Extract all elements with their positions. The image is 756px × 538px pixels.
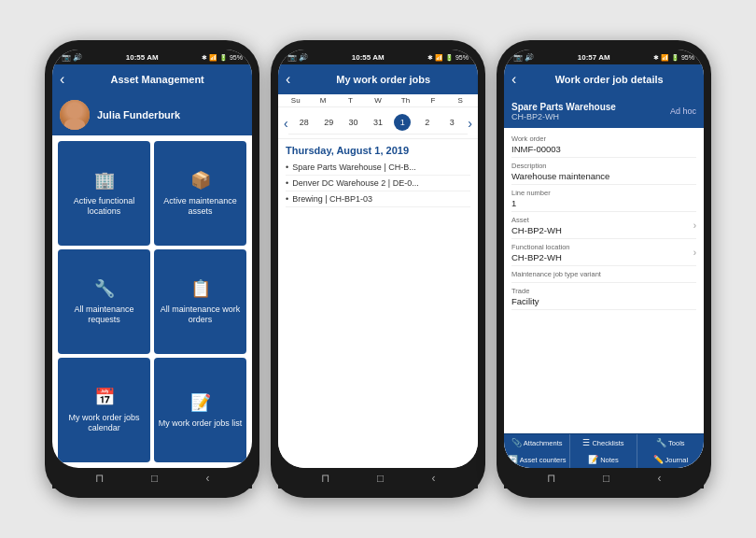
- journal-icon: ✏️: [653, 455, 664, 464]
- journal-button[interactable]: ✏️ Journal: [637, 451, 704, 468]
- next-week-button[interactable]: ›: [468, 116, 472, 131]
- cal-day-28[interactable]: 28: [292, 114, 316, 131]
- job-text-1: Spare Parts Warehouse | CH-B...: [292, 163, 416, 172]
- job-item-3[interactable]: • Brewing | CH-BP1-03: [286, 191, 470, 207]
- value-asset: CH-BP2-WH: [511, 225, 562, 235]
- attachments-button[interactable]: 📎 Attachments: [504, 434, 570, 451]
- label-line-number: Line number: [511, 189, 696, 197]
- recent-apps-btn-3[interactable]: ⊓: [547, 472, 555, 485]
- notes-label: Notes: [600, 456, 619, 464]
- asset-counters-icon: 🔄: [508, 455, 518, 464]
- field-work-order: Work order INMF-00003: [511, 132, 696, 158]
- tile-work-order-jobs-calendar[interactable]: 📅 My work order jobs calendar: [58, 358, 150, 462]
- nav-header-1: ‹ Asset Management: [52, 64, 252, 94]
- tile-label-afl: Active functional locations: [62, 196, 147, 217]
- tools-button[interactable]: 🔧 Tools: [637, 434, 704, 451]
- job-list: • Spare Parts Warehouse | CH-B... • Denv…: [278, 160, 478, 468]
- back-btn-2[interactable]: ‹: [431, 472, 435, 485]
- status-right-icons-1: ✱ 📶 🔋 95%: [202, 54, 243, 62]
- page-title-2: My work order jobs: [296, 74, 470, 85]
- day-s: S: [447, 96, 474, 105]
- status-left-icons: 📷 🔊: [62, 53, 82, 62]
- tools-label: Tools: [668, 439, 685, 447]
- cal-day-29[interactable]: 29: [316, 114, 341, 131]
- time-display-1: 10:55 AM: [126, 53, 159, 62]
- cal-day-2[interactable]: 2: [415, 114, 440, 131]
- field-functional-location[interactable]: Functional location CH-BP2-WH ›: [511, 240, 696, 266]
- field-line-number: Line number 1: [511, 186, 696, 212]
- phone-1: 📷 🔊 10:55 AM ✱ 📶 🔋 95% ‹ Asset Managemen…: [45, 40, 259, 498]
- day-su: Su: [282, 96, 309, 105]
- status-left-2: 📷 🔊: [287, 53, 308, 62]
- job-item-2[interactable]: • Denver DC Warehouse 2 | DE-0...: [286, 176, 470, 191]
- cal-day-30[interactable]: 30: [341, 114, 365, 131]
- functional-locations-icon: 🏢: [94, 170, 115, 191]
- page-title-1: Asset Management: [70, 74, 245, 85]
- cal-day-1-active[interactable]: 1: [394, 114, 411, 131]
- tile-all-maintenance-work-orders[interactable]: 📋 All maintenance work orders: [154, 249, 246, 354]
- calendar-icon: 📅: [94, 387, 115, 407]
- tile-label-wjl: My work order jobs list: [159, 418, 243, 429]
- asset-arrow-icon: ›: [693, 220, 696, 231]
- detail-header-strip: Spare Parts Warehouse CH-BP2-WH Ad hoc: [504, 94, 704, 128]
- time-display-3: 10:57 AM: [578, 53, 610, 62]
- job-bullet-3: •: [286, 194, 288, 204]
- status-bar-1: 📷 🔊 10:55 AM ✱ 📶 🔋 95%: [52, 50, 252, 64]
- value-description: Warehouse maintenance: [511, 171, 696, 181]
- checklists-button[interactable]: ☰ Checklists: [570, 434, 637, 451]
- recent-apps-btn-2[interactable]: ⊓: [321, 472, 329, 485]
- tools-icon: 🔧: [656, 438, 666, 447]
- nav-header-2: ‹ My work order jobs: [278, 64, 478, 94]
- avatar: [60, 100, 90, 130]
- home-btn-3[interactable]: □: [603, 472, 609, 485]
- recent-apps-btn-1[interactable]: ⊓: [95, 472, 104, 485]
- field-description: Description Warehouse maintenance: [511, 159, 696, 185]
- back-button-1[interactable]: ‹: [60, 71, 64, 88]
- checklists-icon: ☰: [582, 438, 590, 447]
- status-right-icons-3: ✱ 📶 🔋 95%: [653, 54, 694, 62]
- page-title-3: Work order job details: [522, 74, 696, 85]
- phone-3: 📷 🔊 10:57 AM ✱ 📶 🔋 95% ‹ Work order job …: [497, 40, 711, 498]
- job-text-2: Denver DC Warehouse 2 | DE-0...: [292, 178, 419, 188]
- cal-day-31[interactable]: 31: [366, 114, 390, 131]
- bottom-nav-3: ⊓ □ ‹: [504, 468, 704, 488]
- label-work-order: Work order: [511, 134, 696, 143]
- label-description: Description: [511, 162, 696, 170]
- day-w: W: [364, 96, 391, 105]
- back-button-3[interactable]: ‹: [511, 71, 516, 88]
- action-bar-row-2: 🔄 Asset counters 📝 Notes ✏️ Journal: [504, 451, 704, 468]
- bottom-nav-2: ⊓ □ ‹: [278, 468, 478, 488]
- menu-grid: 🏢 Active functional locations 📦 Active m…: [52, 135, 252, 468]
- label-job-type-variant: Maintenance job type variant: [511, 270, 696, 278]
- job-text-3: Brewing | CH-BP1-03: [292, 194, 372, 204]
- action-bar-row-1: 📎 Attachments ☰ Checklists 🔧 Tools: [504, 433, 704, 451]
- tile-label-ama: Active maintenance assets: [158, 196, 243, 217]
- job-item-1[interactable]: • Spare Parts Warehouse | CH-B...: [286, 160, 470, 176]
- asset-counters-button[interactable]: 🔄 Asset counters: [504, 451, 570, 468]
- detail-location-name: Spare Parts Warehouse: [511, 102, 616, 112]
- tile-active-functional-locations[interactable]: 🏢 Active functional locations: [58, 141, 150, 246]
- work-orders-icon: 📋: [190, 278, 211, 299]
- tile-label-amr: All maintenance requests: [62, 304, 147, 325]
- back-btn-3[interactable]: ‹: [657, 472, 661, 485]
- cal-day-3[interactable]: 3: [440, 114, 464, 131]
- status-left-3: 📷 🔊: [513, 53, 534, 62]
- home-btn-2[interactable]: □: [377, 472, 384, 485]
- notes-button[interactable]: 📝 Notes: [570, 451, 637, 468]
- phone-2: 📷 🔊 10:55 AM ✱ 📶 🔋 95% ‹ My work order j…: [271, 40, 485, 498]
- list-icon: 📝: [190, 392, 211, 413]
- value-work-order: INMF-00003: [511, 144, 696, 154]
- tile-all-maintenance-requests[interactable]: 🔧 All maintenance requests: [58, 249, 150, 354]
- back-btn-1[interactable]: ‹: [205, 472, 209, 485]
- maintenance-assets-icon: 📦: [190, 170, 211, 191]
- attachments-icon: 📎: [511, 438, 522, 447]
- label-functional-location: Functional location: [511, 243, 570, 251]
- job-bullet-1: •: [286, 163, 288, 172]
- tile-active-maintenance-assets[interactable]: 📦 Active maintenance assets: [154, 141, 246, 246]
- field-asset[interactable]: Asset CH-BP2-WH ›: [511, 213, 696, 239]
- home-btn-1[interactable]: □: [151, 472, 158, 485]
- calendar-navigation: ‹ 28 29 30 31 1 2 3 ›: [278, 107, 478, 139]
- back-button-2[interactable]: ‹: [286, 71, 290, 88]
- tile-work-order-jobs-list[interactable]: 📝 My work order jobs list: [154, 358, 246, 462]
- tile-label-wjc: My work order jobs calendar: [62, 413, 147, 433]
